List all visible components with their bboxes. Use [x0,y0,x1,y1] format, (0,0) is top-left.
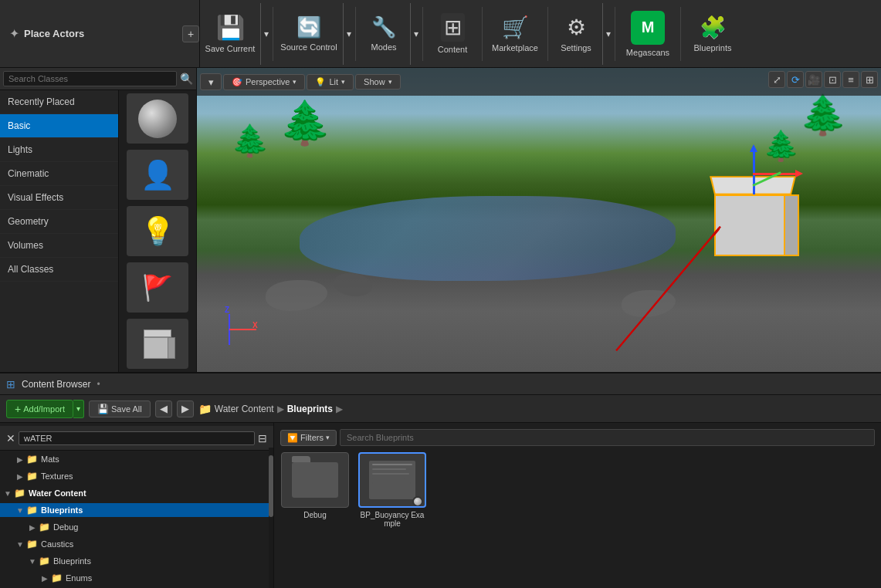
save-current-arrow[interactable]: ▾ [260,3,271,65]
megascans-btn[interactable]: M Megascans [617,8,679,60]
bc-blueprints[interactable]: Blueprints [287,404,333,414]
bc-water-content[interactable]: Water Content [215,404,274,414]
bc-sep1: ▶ [277,404,284,414]
modes-icon: 🔧 [371,15,396,39]
maximize-icon[interactable]: ⤢ [768,71,785,88]
bp-buoyancy-label: BP_Buoyancy Example [357,511,427,528]
cb-tree-header: ✕ ⊟ [0,426,273,451]
compass-svg: Z X [214,306,260,353]
category-visual-effects[interactable]: Visual Effects [0,186,118,210]
save-current-btn[interactable]: 💾 Save Current ▾ [200,3,271,65]
viewport-menu-btn[interactable]: ▾ [200,73,222,90]
category-cinematic[interactable]: Cinematic [0,162,118,186]
modes-arrow[interactable]: ▾ [410,3,421,65]
place-actors-panel: 🔍 Recently Placed Basic Lights Cinematic [0,68,197,372]
category-recently-placed[interactable]: Recently Placed [0,90,118,114]
save-all-btn[interactable]: 💾 Save All [89,400,151,417]
search-classes-input[interactable] [3,71,177,86]
blueprints-btn[interactable]: 🧩 Blueprints [683,12,743,56]
actor-target-point[interactable]: 🚩 [127,262,188,313]
cb-files-search-bar: 🔽 Filters ▾ [280,429,875,446]
perspective-btn[interactable]: 🎯 Perspective ▾ [223,74,305,90]
scene-cube [706,171,799,256]
back-btn[interactable]: ◀ [155,400,172,417]
rock2 [334,273,372,296]
debug-folder-thumb [281,452,349,508]
debug-label: Debug [303,511,326,519]
blueprints-icon: 🧩 [700,15,727,40]
viewport-options-btn[interactable]: ⊡ [824,71,841,88]
landscape-background: 🌲 🌲 🌲 🌲 [197,68,881,372]
viewport-right-buttons: ⤢ ⟳ 🎥 ⊡ ≡ ⊞ [768,71,878,88]
category-geometry[interactable]: Geometry [0,210,118,234]
modes-btn[interactable]: 🔧 Modes ▾ [357,3,421,65]
marketplace-label: Marketplace [492,43,538,52]
actor-point-light[interactable]: 💡 [127,206,188,256]
add-import-btn[interactable]: + Add/Import [6,400,73,418]
realtime-icon[interactable]: ⟳ [787,71,804,88]
river [300,196,676,281]
cb-tree-panel: ✕ ⊟ ▶ 📁 Mats ▶ [0,423,274,588]
marketplace-btn[interactable]: 🛒 Marketplace [484,12,546,56]
save-current-icon: 💾 [216,14,245,41]
bp-buoyancy-thumb [358,452,426,508]
tree-left: 🌲 [231,123,269,159]
file-item-bp-buoyancy[interactable]: BP_Buoyancy Example [357,452,427,528]
bp-line2 [372,468,406,470]
breadcrumb-folder-icon: 📁 [198,403,212,415]
bp-preview-bg [369,461,415,499]
svg-text:X: X [252,321,258,329]
bp-thumb-inner [364,456,420,504]
add-import-group: + Add/Import ▾ [6,400,84,418]
tree-node-enums: ▶ 📁 Enums [0,569,273,586]
app-window: ✦ Place Actors + 💾 Save Current ▾ 🔄 Sour… [0,0,881,588]
marketplace-icon: 🛒 [502,15,529,40]
blueprints-label: Blueprints [694,43,732,52]
files-search-input[interactable] [340,429,875,446]
settings-icon: ⚙ [567,15,586,40]
settings-arrow[interactable]: ▾ [602,3,613,65]
forward-btn[interactable]: ▶ [177,400,194,417]
megascans-icon: M [631,11,665,45]
cb-toolbar: + Add/Import ▾ 💾 Save All ◀ ▶ 📁 Water Co… [0,395,881,423]
place-actors-add-btn[interactable]: + [182,25,199,42]
lit-btn[interactable]: 💡 Lit ▾ [307,74,354,90]
source-control-arrow[interactable]: ▾ [343,3,354,65]
grid-icon[interactable]: ⊞ [861,71,878,88]
cube-side [784,194,799,256]
tree-right: 🌲 [799,93,847,137]
filter-icon: 🔽 [287,433,298,443]
category-basic[interactable]: Basic [0,114,118,138]
source-control-icon: 🔄 [296,15,321,39]
tree-close-btn[interactable]: ✕ [6,432,15,444]
main-toolbar: ✦ Place Actors + 💾 Save Current ▾ 🔄 Sour… [0,0,881,68]
category-lights[interactable]: Lights [0,138,118,162]
cb-files-panel: 🔽 Filters ▾ Debug [274,423,881,588]
viewport-scene: 🌲 🌲 🌲 🌲 [197,68,881,372]
content-btn[interactable]: ⊞ Content [425,10,480,57]
category-all-classes[interactable]: All Classes [0,258,118,282]
svg-text:Z: Z [225,306,229,314]
tree-search-input[interactable] [19,431,255,445]
actor-player-start[interactable]: 👤 [127,150,188,200]
filter-btn[interactable]: 🔽 Filters ▾ [280,430,337,446]
cb-tab-pin: • [97,379,100,390]
file-item-debug[interactable]: Debug [280,452,350,528]
actor-cube[interactable] [127,319,188,369]
viewport-settings-btn[interactable]: ≡ [842,71,859,88]
sphere-preview [138,100,177,138]
tree-scrollbar-thumb[interactable] [269,455,273,517]
source-control-btn[interactable]: 🔄 Source Control ▾ [275,3,354,65]
show-btn[interactable]: Show ▾ [355,74,401,90]
modes-label: Modes [371,42,396,52]
add-import-arrow[interactable]: ▾ [73,400,84,418]
bp-line3 [372,473,409,475]
tree-scrollbar-track [269,448,273,588]
settings-btn[interactable]: ⚙ Settings ▾ [550,3,613,65]
camera-icon[interactable]: 🎥 [805,71,822,88]
tree-node-textures: ▶ 📁 Textures [0,468,273,485]
actor-sphere[interactable] [127,93,188,144]
place-actors-icon: ✦ [9,26,19,41]
tree-settings-btn[interactable]: ⊟ [258,432,267,444]
category-volumes[interactable]: Volumes [0,234,118,258]
